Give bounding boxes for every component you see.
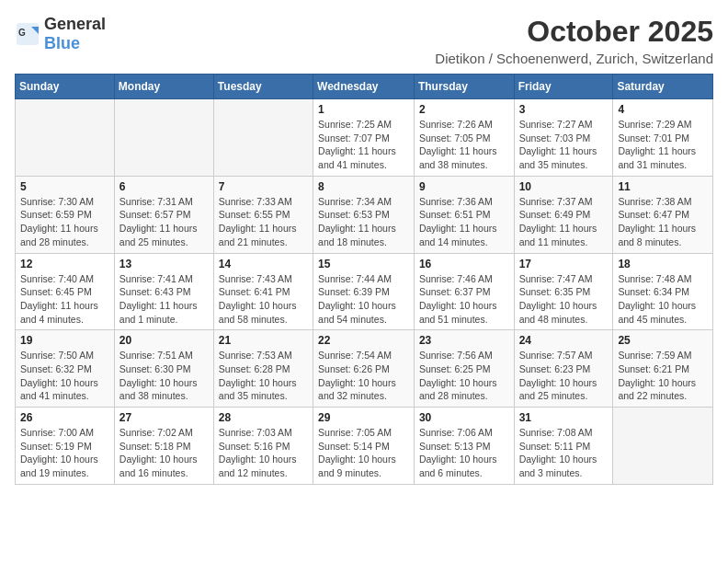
calendar-week-row: 12Sunrise: 7:40 AM Sunset: 6:45 PM Dayli… [16, 253, 713, 330]
calendar-cell: 29Sunrise: 7:05 AM Sunset: 5:14 PM Dayli… [313, 408, 415, 485]
day-number: 2 [419, 103, 509, 116]
calendar-cell: 23Sunrise: 7:56 AM Sunset: 6:25 PM Dayli… [414, 330, 514, 408]
calendar-cell: 6Sunrise: 7:31 AM Sunset: 6:57 PM Daylig… [114, 176, 213, 253]
day-info: Sunrise: 7:56 AM Sunset: 6:25 PM Dayligh… [419, 349, 509, 403]
day-number: 20 [119, 334, 209, 347]
day-info: Sunrise: 7:44 AM Sunset: 6:39 PM Dayligh… [318, 272, 409, 327]
logo: G General Blue [15, 15, 106, 53]
day-info: Sunrise: 7:37 AM Sunset: 6:49 PM Dayligh… [519, 195, 609, 249]
calendar-cell: 2Sunrise: 7:26 AM Sunset: 7:05 PM Daylig… [414, 99, 514, 177]
logo-icon: G [15, 21, 40, 47]
calendar-cell [16, 99, 115, 177]
calendar-cell: 16Sunrise: 7:46 AM Sunset: 6:37 PM Dayli… [414, 253, 514, 330]
day-info: Sunrise: 7:02 AM Sunset: 5:18 PM Dayligh… [119, 426, 209, 480]
calendar-cell: 19Sunrise: 7:50 AM Sunset: 6:32 PM Dayli… [16, 330, 115, 408]
day-number: 13 [119, 258, 209, 270]
day-number: 1 [318, 103, 409, 116]
day-info: Sunrise: 7:47 AM Sunset: 6:35 PM Dayligh… [519, 272, 609, 327]
day-number: 27 [119, 411, 209, 424]
day-number: 30 [419, 411, 509, 424]
day-number: 12 [20, 258, 109, 270]
calendar-cell: 27Sunrise: 7:02 AM Sunset: 5:18 PM Dayli… [114, 408, 213, 485]
calendar-week-row: 26Sunrise: 7:00 AM Sunset: 5:19 PM Dayli… [16, 408, 713, 485]
day-number: 9 [419, 180, 509, 193]
calendar-cell [114, 99, 213, 177]
day-info: Sunrise: 7:50 AM Sunset: 6:32 PM Dayligh… [20, 349, 109, 403]
location-subtitle: Dietikon / Schoenenwerd, Zurich, Switzer… [435, 51, 713, 66]
logo-blue: Blue [44, 34, 80, 52]
day-info: Sunrise: 7:08 AM Sunset: 5:11 PM Dayligh… [519, 426, 609, 480]
day-header-thursday: Thursday [414, 75, 514, 99]
day-number: 17 [519, 258, 609, 270]
day-number: 8 [318, 180, 409, 193]
logo-general: General [44, 15, 106, 33]
day-number: 29 [318, 411, 409, 424]
day-number: 6 [119, 180, 209, 193]
day-info: Sunrise: 7:59 AM Sunset: 6:21 PM Dayligh… [618, 349, 708, 403]
calendar-cell: 31Sunrise: 7:08 AM Sunset: 5:11 PM Dayli… [514, 408, 613, 485]
day-number: 15 [318, 258, 409, 270]
day-info: Sunrise: 7:41 AM Sunset: 6:43 PM Dayligh… [119, 272, 209, 327]
day-info: Sunrise: 7:30 AM Sunset: 6:59 PM Dayligh… [20, 195, 109, 249]
day-info: Sunrise: 7:40 AM Sunset: 6:45 PM Dayligh… [20, 272, 109, 327]
calendar-cell: 13Sunrise: 7:41 AM Sunset: 6:43 PM Dayli… [114, 253, 213, 330]
day-header-wednesday: Wednesday [313, 75, 415, 99]
day-number: 23 [419, 334, 509, 347]
calendar-cell: 8Sunrise: 7:34 AM Sunset: 6:53 PM Daylig… [313, 176, 415, 253]
day-number: 3 [519, 103, 609, 116]
day-number: 28 [219, 411, 308, 424]
day-number: 10 [519, 180, 609, 193]
day-info: Sunrise: 7:34 AM Sunset: 6:53 PM Dayligh… [318, 195, 409, 249]
day-header-tuesday: Tuesday [213, 75, 313, 99]
calendar-cell: 22Sunrise: 7:54 AM Sunset: 6:26 PM Dayli… [313, 330, 415, 408]
day-info: Sunrise: 7:25 AM Sunset: 7:07 PM Dayligh… [318, 118, 409, 172]
day-number: 31 [519, 411, 609, 424]
logo-text: General Blue [44, 15, 106, 53]
calendar-cell: 5Sunrise: 7:30 AM Sunset: 6:59 PM Daylig… [16, 176, 115, 253]
day-info: Sunrise: 7:53 AM Sunset: 6:28 PM Dayligh… [219, 349, 308, 403]
calendar-cell: 30Sunrise: 7:06 AM Sunset: 5:13 PM Dayli… [414, 408, 514, 485]
calendar-week-row: 19Sunrise: 7:50 AM Sunset: 6:32 PM Dayli… [16, 330, 713, 408]
calendar-cell [613, 408, 713, 485]
calendar-cell: 1Sunrise: 7:25 AM Sunset: 7:07 PM Daylig… [313, 99, 415, 177]
calendar-cell: 21Sunrise: 7:53 AM Sunset: 6:28 PM Dayli… [213, 330, 313, 408]
calendar-cell: 4Sunrise: 7:29 AM Sunset: 7:01 PM Daylig… [613, 99, 713, 177]
day-number: 5 [20, 180, 109, 193]
day-number: 19 [20, 334, 109, 347]
day-info: Sunrise: 7:51 AM Sunset: 6:30 PM Dayligh… [119, 349, 209, 403]
calendar-cell: 17Sunrise: 7:47 AM Sunset: 6:35 PM Dayli… [514, 253, 613, 330]
day-number: 22 [318, 334, 409, 347]
calendar-cell: 3Sunrise: 7:27 AM Sunset: 7:03 PM Daylig… [514, 99, 613, 177]
calendar-cell: 9Sunrise: 7:36 AM Sunset: 6:51 PM Daylig… [414, 176, 514, 253]
calendar-cell: 18Sunrise: 7:48 AM Sunset: 6:34 PM Dayli… [613, 253, 713, 330]
day-info: Sunrise: 7:05 AM Sunset: 5:14 PM Dayligh… [318, 426, 409, 480]
day-number: 11 [618, 180, 708, 193]
calendar-cell: 11Sunrise: 7:38 AM Sunset: 6:47 PM Dayli… [613, 176, 713, 253]
day-info: Sunrise: 7:43 AM Sunset: 6:41 PM Dayligh… [219, 272, 308, 327]
calendar-cell: 25Sunrise: 7:59 AM Sunset: 6:21 PM Dayli… [613, 330, 713, 408]
day-header-monday: Monday [114, 75, 213, 99]
day-header-saturday: Saturday [613, 75, 713, 99]
calendar-cell: 7Sunrise: 7:33 AM Sunset: 6:55 PM Daylig… [213, 176, 313, 253]
calendar-cell: 15Sunrise: 7:44 AM Sunset: 6:39 PM Dayli… [313, 253, 415, 330]
day-number: 25 [618, 334, 708, 347]
day-info: Sunrise: 7:46 AM Sunset: 6:37 PM Dayligh… [419, 272, 509, 327]
day-header-sunday: Sunday [16, 75, 115, 99]
day-number: 21 [219, 334, 308, 347]
day-number: 26 [20, 411, 109, 424]
day-number: 16 [419, 258, 509, 270]
day-info: Sunrise: 7:31 AM Sunset: 6:57 PM Dayligh… [119, 195, 209, 249]
day-header-friday: Friday [514, 75, 613, 99]
calendar-cell [213, 99, 313, 177]
day-number: 18 [618, 258, 708, 270]
calendar-cell: 24Sunrise: 7:57 AM Sunset: 6:23 PM Dayli… [514, 330, 613, 408]
calendar-table: SundayMondayTuesdayWednesdayThursdayFrid… [15, 74, 713, 485]
calendar-week-row: 5Sunrise: 7:30 AM Sunset: 6:59 PM Daylig… [16, 176, 713, 253]
day-info: Sunrise: 7:54 AM Sunset: 6:26 PM Dayligh… [318, 349, 409, 403]
calendar-week-row: 1Sunrise: 7:25 AM Sunset: 7:07 PM Daylig… [16, 99, 713, 177]
calendar-cell: 12Sunrise: 7:40 AM Sunset: 6:45 PM Dayli… [16, 253, 115, 330]
title-block: October 2025 Dietikon / Schoenenwerd, Zu… [435, 15, 713, 66]
day-info: Sunrise: 7:06 AM Sunset: 5:13 PM Dayligh… [419, 426, 509, 480]
page-header: G General Blue October 2025 Dietikon / S… [15, 15, 713, 66]
day-info: Sunrise: 7:33 AM Sunset: 6:55 PM Dayligh… [219, 195, 308, 249]
